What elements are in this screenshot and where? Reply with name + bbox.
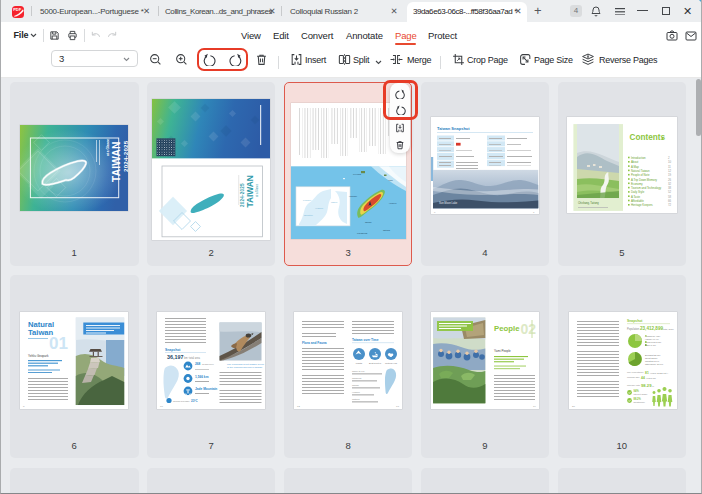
- svg-text:Yehliu Geopark: Yehliu Geopark: [28, 354, 49, 358]
- svg-text:Taiwanese (incl.: Taiwanese (incl.: [645, 335, 661, 337]
- svg-text:Taipei: Taipei: [331, 201, 338, 204]
- svg-text:Hualien: Hualien: [352, 391, 361, 393]
- svg-text:Literacy rate: Literacy rate: [627, 384, 641, 387]
- svg-text:Sun Moon Lake: Sun Moon Lake: [439, 201, 458, 205]
- svg-text:Hualien: Hualien: [389, 202, 397, 204]
- svg-text:TAIWAN: TAIWAN: [111, 141, 122, 182]
- svg-text:72: 72: [668, 203, 672, 207]
- svg-text:annual average: annual average: [173, 400, 190, 403]
- svg-text:1,566 km: 1,566 km: [195, 375, 209, 379]
- svg-text:Yilan: Yilan: [388, 179, 394, 181]
- svg-text:at a Glance: at a Glance: [255, 183, 259, 197]
- svg-text:Xiamen: Xiamen: [315, 207, 324, 210]
- svg-text:Median age: Median age: [627, 376, 640, 379]
- svg-text:smartphone: smartphone: [634, 401, 646, 403]
- svg-text:2024-2025: 2024-2025: [122, 140, 128, 172]
- svg-text:Hsinchu: Hsinchu: [349, 195, 358, 197]
- svg-text:Jade Mountain: Jade Mountain: [195, 387, 217, 391]
- svg-text:81: 81: [645, 371, 649, 375]
- svg-text:Taitung: Taitung: [352, 398, 360, 400]
- svg-text:internet usage: internet usage: [634, 393, 649, 395]
- svg-text:Taichung: Taichung: [352, 377, 362, 379]
- svg-text:98.29: 98.29: [641, 383, 652, 388]
- svg-text:Snapshot: Snapshot: [165, 348, 181, 352]
- svg-text:Population: Population: [627, 327, 640, 331]
- svg-text:at a Glance: at a Glance: [106, 139, 110, 156]
- svg-text:Indigenous 2.5%: Indigenous 2.5%: [645, 341, 661, 343]
- svg-text:Hakka) 96.4%: Hakka) 96.4%: [645, 338, 659, 340]
- svg-text:Tainan: Tainan: [365, 221, 372, 223]
- svg-text:Snapshot: Snapshot: [627, 319, 643, 323]
- svg-text:Boat Routes: Boat Routes: [369, 362, 382, 364]
- svg-text:02: 02: [520, 321, 536, 337]
- svg-text:Tainan: Tainan: [352, 384, 359, 386]
- svg-text:km² total area: km² total area: [184, 356, 200, 360]
- svg-text:Contents: Contents: [630, 133, 666, 142]
- svg-text:Fuzhou: Fuzhou: [303, 199, 312, 202]
- svg-text:Shantou: Shantou: [304, 214, 314, 217]
- svg-text:Kaohsiung: Kaohsiung: [357, 232, 368, 234]
- svg-text:peaks over: peaks over: [202, 363, 214, 366]
- svg-text:Flights: Flights: [356, 362, 363, 364]
- svg-text:23,412,899: 23,412,899: [640, 326, 663, 331]
- svg-text:TAIWAN: TAIWAN: [245, 175, 255, 207]
- svg-text:Taiwan over Time: Taiwan over Time: [352, 338, 379, 342]
- svg-text:Flora and Fauna: Flora and Fauna: [302, 341, 327, 345]
- svg-text:Other 1.1%: Other 1.1%: [645, 344, 656, 346]
- svg-text:years old: years old: [646, 377, 656, 380]
- svg-text:Keelung: Keelung: [353, 173, 362, 175]
- svg-text:Buddhist 35.3%: Buddhist 35.3%: [645, 354, 660, 356]
- svg-text:years (2023 est.): years (2023 est.): [650, 372, 668, 375]
- svg-text:Life expectancy: Life expectancy: [627, 371, 644, 374]
- svg-text:Yami People: Yami People: [494, 349, 511, 353]
- svg-text:Chishang, Taitung: Chishang, Taitung: [578, 201, 599, 205]
- svg-text:Christian 3.9%: Christian 3.9%: [645, 360, 659, 362]
- svg-text:Cultural Hub: Cultural Hub: [385, 362, 398, 364]
- svg-text:44: 44: [641, 376, 645, 380]
- svg-text:36,197: 36,197: [167, 354, 184, 360]
- svg-text:Other/None 27.6%: Other/None 27.6%: [645, 363, 663, 365]
- svg-text:of the endemic species in Taiw: of the endemic species in Taiwan: [227, 366, 263, 369]
- svg-text:Heritage Keepers: Heritage Keepers: [631, 203, 653, 207]
- svg-text:Taipei to n.a.: Taipei to n.a.: [352, 370, 365, 372]
- svg-text:Taiwan Snapshot: Taiwan Snapshot: [437, 126, 470, 131]
- svg-text:Taitung: Taitung: [383, 229, 391, 231]
- svg-text:Taoist 33.2%: Taoist 33.2%: [645, 357, 658, 359]
- svg-text:People: People: [494, 324, 520, 333]
- svg-text:268: 268: [195, 362, 201, 366]
- svg-text:01: 01: [49, 334, 68, 353]
- svg-text:23°C: 23°C: [191, 399, 199, 403]
